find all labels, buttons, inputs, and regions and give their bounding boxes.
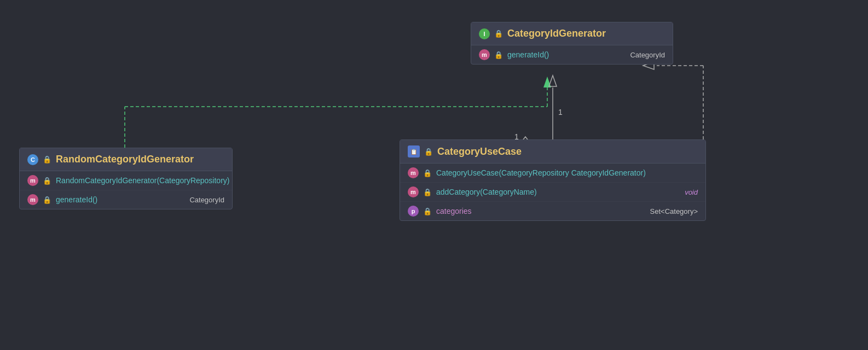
randomcategoryidgenerator-title: RandomCategoryIdGenerator	[56, 154, 194, 165]
categoryidgenerator-return-0: CategoryId	[630, 51, 665, 59]
categoryidgenerator-lock: 🔒	[494, 30, 503, 38]
randomcategoryidgenerator-badge: C	[27, 154, 38, 165]
categoryusecase-row-2: p 🔒 categories Set<Category>	[400, 202, 705, 220]
randomcategoryidgenerator-box: C 🔒 RandomCategoryIdGenerator m 🔒 Random…	[19, 148, 233, 209]
diagram-canvas: 1 1 I 🔒 CategoryIdGenerator m 🔒 generate…	[0, 0, 868, 350]
categoryusecase-field-2: categories	[436, 207, 646, 215]
randomcategoryidgenerator-header: C 🔒 RandomCategoryIdGenerator	[20, 148, 232, 171]
categoryidgenerator-m-lock: 🔒	[494, 51, 503, 59]
categoryusecase-row-1: m 🔒 addCategory(CategoryName) void	[400, 183, 705, 202]
categoryusecase-p-badge-2: p	[408, 206, 419, 217]
categoryusecase-badge: 📋	[408, 145, 420, 158]
categoryusecase-method-1: addCategory(CategoryName)	[436, 188, 680, 196]
categoryusecase-method-0: CategoryUseCase(CategoryRepository Categ…	[436, 168, 698, 177]
svg-text:1: 1	[558, 108, 563, 116]
categoryusecase-title: CategoryUseCase	[437, 146, 522, 158]
categoryidgenerator-header: I 🔒 CategoryIdGenerator	[471, 22, 673, 45]
categoryidgenerator-box: I 🔒 CategoryIdGenerator m 🔒 generateId()…	[471, 22, 673, 65]
randomcategoryidgenerator-row-1: m 🔒 generateId() CategoryId	[20, 190, 232, 209]
categoryusecase-return-2: Set<Category>	[650, 207, 698, 215]
svg-marker-3	[543, 77, 551, 88]
randomcategoryidgenerator-row-0: m 🔒 RandomCategoryIdGenerator(CategoryRe…	[20, 171, 232, 190]
randomcategoryidgenerator-method-0: RandomCategoryIdGenerator(CategoryReposi…	[56, 176, 229, 185]
categoryusecase-header: 📋 🔒 CategoryUseCase	[400, 140, 705, 164]
categoryusecase-m-lock-1: 🔒	[423, 188, 432, 196]
randomcategoryidgenerator-m-badge-0: m	[27, 175, 38, 186]
categoryusecase-m-badge-0: m	[408, 167, 419, 178]
categoryidgenerator-badge: I	[479, 28, 490, 39]
categoryusecase-row-0: m 🔒 CategoryUseCase(CategoryRepository C…	[400, 164, 705, 183]
svg-marker-5	[549, 75, 557, 86]
categoryusecase-box: 📋 🔒 CategoryUseCase m 🔒 CategoryUseCase(…	[400, 139, 706, 221]
categoryusecase-p-lock-2: 🔒	[423, 207, 432, 215]
categoryusecase-lock: 🔒	[424, 148, 433, 156]
categoryusecase-m-badge-1: m	[408, 186, 419, 197]
categoryusecase-return-1: void	[685, 188, 698, 196]
randomcategoryidgenerator-m-badge-1: m	[27, 194, 38, 205]
categoryidgenerator-row-0: m 🔒 generateId() CategoryId	[471, 45, 673, 64]
randomcategoryidgenerator-m-lock-0: 🔒	[43, 177, 51, 185]
categoryusecase-m-lock-0: 🔒	[423, 169, 432, 177]
categoryidgenerator-method-0: generateId()	[507, 50, 626, 59]
randomcategoryidgenerator-m-lock-1: 🔒	[43, 196, 51, 204]
categoryidgenerator-m-badge: m	[479, 49, 490, 60]
randomcategoryidgenerator-method-1: generateId()	[56, 195, 185, 204]
randomcategoryidgenerator-lock: 🔒	[43, 155, 51, 164]
categoryidgenerator-title: CategoryIdGenerator	[507, 28, 606, 39]
randomcategoryidgenerator-return-1: CategoryId	[189, 196, 224, 204]
